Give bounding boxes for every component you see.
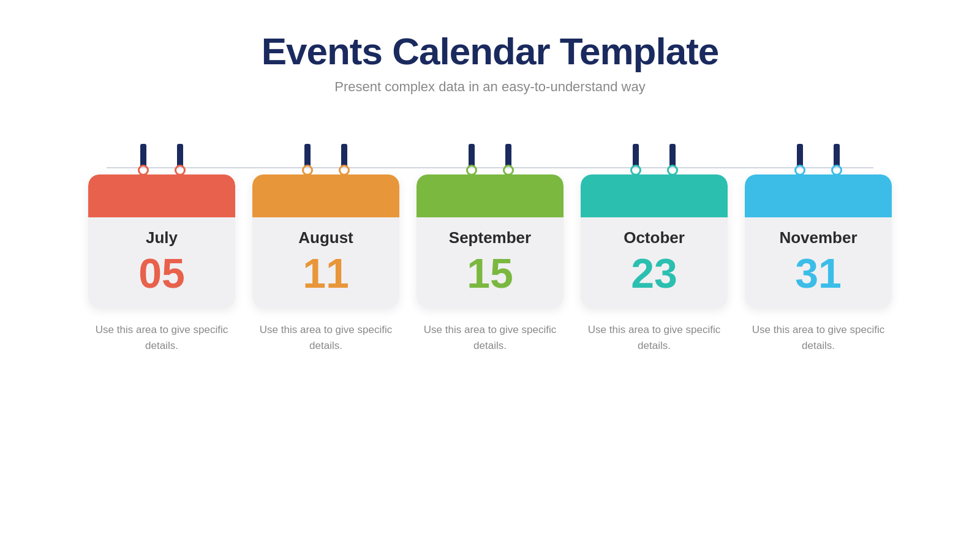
calendar-header-november [745, 174, 892, 217]
calendar-details-november: Use this area to give specific details. [751, 322, 886, 354]
ring-bar-right-october [669, 144, 676, 166]
ring-post-left-july [138, 144, 149, 176]
ring-post-right-september [503, 144, 514, 176]
calendars-row: July 05 Use this area to give specific d… [88, 144, 892, 354]
ring-bar-right-july [177, 144, 183, 166]
ring-post-left-september [466, 144, 477, 176]
ring-circle-right-july [175, 165, 186, 176]
calendar-day-august: 11 [265, 252, 387, 294]
ring-circle-left-august [302, 165, 313, 176]
calendar-body-october: October 23 [581, 174, 728, 309]
ring-circle-left-july [138, 165, 149, 176]
calendar-header-october [581, 174, 728, 217]
ring-bar-left-july [140, 144, 146, 166]
ring-circle-right-august [339, 165, 350, 176]
calendar-rings-october [617, 144, 691, 176]
calendar-month-july: July [100, 228, 223, 247]
calendar-day-july: 05 [100, 252, 223, 294]
calendar-content-october: October 23 [581, 217, 728, 309]
calendar-header-july [88, 174, 235, 217]
calendar-rings-august [289, 144, 363, 176]
calendar-body-july: July 05 [88, 174, 235, 309]
calendar-rings-november [782, 144, 855, 176]
calendar-details-september: Use this area to give specific details. [423, 322, 557, 354]
ring-post-right-august [339, 144, 350, 176]
calendar-item-october: October 23 Use this area to give specifi… [581, 144, 728, 354]
calendar-body-september: September 15 [417, 174, 564, 309]
calendar-item-july: July 05 Use this area to give specific d… [88, 144, 235, 354]
ring-post-right-november [831, 144, 842, 176]
calendar-header-september [417, 174, 564, 217]
ring-post-left-october [630, 144, 641, 176]
ring-post-left-august [302, 144, 313, 176]
calendar-rings-july [125, 144, 198, 176]
calendar-details-august: Use this area to give specific details. [258, 322, 393, 354]
ring-circle-right-october [667, 165, 678, 176]
calendar-content-august: August 11 [252, 217, 399, 309]
calendar-item-september: September 15 Use this area to give speci… [417, 144, 564, 354]
ring-post-right-july [175, 144, 186, 176]
ring-post-right-october [667, 144, 678, 176]
page-header: Events Calendar Template Present complex… [262, 29, 719, 95]
ring-circle-left-october [630, 165, 641, 176]
calendar-month-august: August [265, 228, 387, 247]
calendar-month-september: September [429, 228, 551, 247]
ring-bar-left-august [304, 144, 311, 166]
calendar-item-november: November 31 Use this area to give specif… [745, 144, 892, 354]
calendar-content-september: September 15 [417, 217, 564, 309]
ring-circle-left-september [466, 165, 477, 176]
ring-bar-left-november [797, 144, 803, 166]
calendar-details-october: Use this area to give specific details. [587, 322, 722, 354]
calendar-item-august: August 11 Use this area to give specific… [252, 144, 399, 354]
ring-circle-right-november [831, 165, 842, 176]
calendar-month-november: November [757, 228, 880, 247]
ring-bar-left-september [469, 144, 475, 166]
calendar-content-november: November 31 [745, 217, 892, 309]
calendar-body-august: August 11 [252, 174, 399, 309]
ring-circle-left-november [794, 165, 805, 176]
page-subtitle: Present complex data in an easy-to-under… [262, 79, 719, 95]
ring-circle-right-september [503, 165, 514, 176]
calendar-day-september: 15 [429, 252, 551, 294]
calendar-content-july: July 05 [88, 217, 235, 309]
ring-bar-right-september [505, 144, 511, 166]
calendar-body-november: November 31 [745, 174, 892, 309]
calendar-day-november: 31 [757, 252, 880, 294]
page-title: Events Calendar Template [262, 29, 719, 73]
ring-bar-right-november [834, 144, 840, 166]
ring-bar-left-october [633, 144, 639, 166]
calendar-month-october: October [593, 228, 715, 247]
ring-post-left-november [794, 144, 805, 176]
ring-bar-right-august [341, 144, 347, 166]
calendar-day-october: 23 [593, 252, 715, 294]
calendar-details-july: Use this area to give specific details. [94, 322, 229, 354]
calendar-rings-september [453, 144, 527, 176]
calendar-header-august [252, 174, 399, 217]
